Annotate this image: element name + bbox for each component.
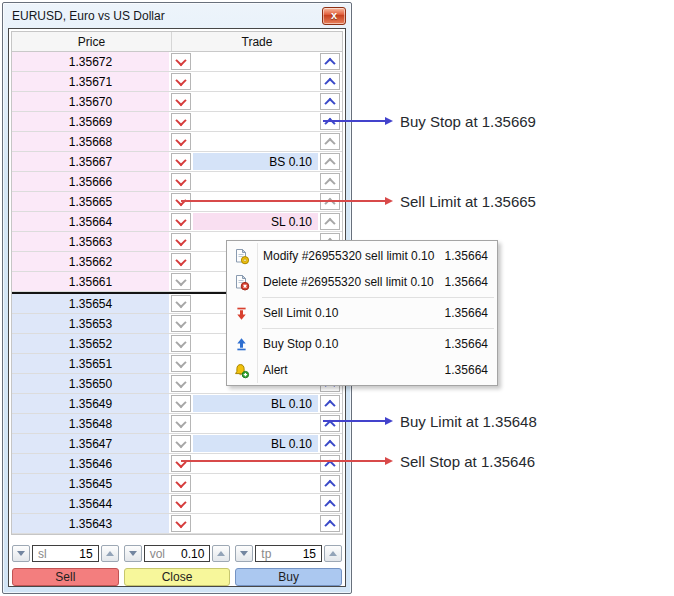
buy-order-button[interactable] bbox=[320, 133, 340, 150]
table-header: Price Trade bbox=[12, 32, 342, 52]
trade-cell[interactable] bbox=[193, 515, 318, 532]
chevron-up-icon bbox=[324, 479, 335, 490]
buy-order-button[interactable] bbox=[320, 213, 340, 230]
spinner-increment-button[interactable] bbox=[324, 545, 342, 562]
table-row: 1.35669 bbox=[12, 112, 342, 132]
annotation: Buy Limit at 1.35648 bbox=[323, 411, 537, 431]
trade-cell[interactable] bbox=[193, 415, 318, 432]
arrow-line bbox=[181, 460, 385, 462]
menu-item[interactable]: Sell Limit 0.10 1.35664 bbox=[227, 300, 497, 326]
sell-order-button[interactable] bbox=[171, 93, 191, 110]
buy-order-button[interactable] bbox=[320, 153, 340, 170]
arrow-line bbox=[323, 120, 385, 122]
chevron-up-icon bbox=[324, 57, 335, 68]
spinner-field[interactable]: vol 0.10 bbox=[144, 545, 211, 562]
context-menu: Modify #26955320 sell limit 0.10 1.35664… bbox=[226, 240, 498, 386]
arrow-head-icon bbox=[385, 417, 393, 425]
price-cell: 1.35650 bbox=[12, 374, 169, 393]
title-bar[interactable]: EURUSD, Euro vs US Dollar x bbox=[3, 3, 351, 28]
menu-item[interactable]: Delete #26955320 sell limit 0.10 1.35664 bbox=[227, 269, 497, 295]
buy-order-button[interactable] bbox=[320, 53, 340, 70]
trade-cell[interactable] bbox=[193, 93, 318, 110]
sell-order-button[interactable] bbox=[171, 153, 191, 170]
spinner-field[interactable]: sl 15 bbox=[32, 545, 99, 562]
chevron-up-icon bbox=[324, 439, 335, 450]
spinner-increment-button[interactable] bbox=[101, 545, 119, 562]
annotation: Sell Limit at 1.35665 bbox=[181, 191, 536, 211]
chevron-up-icon bbox=[324, 77, 335, 88]
trade-cell[interactable] bbox=[193, 495, 318, 512]
arrow-head-icon bbox=[385, 117, 393, 125]
spinner-decrement-button[interactable] bbox=[235, 545, 253, 562]
sell-order-button[interactable] bbox=[171, 495, 191, 512]
chevron-down-icon bbox=[175, 174, 186, 185]
sell-order-button[interactable] bbox=[171, 395, 191, 412]
price-cell: 1.35665 bbox=[12, 192, 169, 211]
spinner-value: 15 bbox=[79, 547, 92, 561]
trade-cell[interactable] bbox=[193, 475, 318, 492]
sell-order-button[interactable] bbox=[171, 133, 191, 150]
sell-order-button[interactable] bbox=[171, 53, 191, 70]
trade-cell[interactable]: BS 0.10 bbox=[193, 153, 318, 170]
price-cell: 1.35661 bbox=[12, 272, 169, 291]
buy-order-button[interactable] bbox=[320, 173, 340, 190]
sell-order-button[interactable] bbox=[171, 375, 191, 392]
menu-item-label: Modify #26955320 sell limit 0.10 bbox=[263, 249, 434, 263]
buy-stop-icon bbox=[232, 337, 250, 352]
sell-order-button[interactable] bbox=[171, 73, 191, 90]
menu-item[interactable]: Buy Stop 0.10 1.35664 bbox=[227, 331, 497, 357]
trade-cell[interactable]: BL 0.10 bbox=[193, 395, 318, 412]
spinner-decrement-button[interactable] bbox=[12, 545, 30, 562]
sell-order-button[interactable] bbox=[171, 515, 191, 532]
menu-item[interactable]: Modify #26955320 sell limit 0.10 1.35664 bbox=[227, 243, 497, 269]
buy-order-button[interactable] bbox=[320, 475, 340, 492]
trade-cell[interactable] bbox=[193, 173, 318, 190]
price-cell: 1.35669 bbox=[12, 112, 169, 131]
chevron-down-icon bbox=[175, 376, 186, 387]
sell-order-button[interactable] bbox=[171, 475, 191, 492]
menu-item[interactable]: Alert 1.35664 bbox=[227, 357, 497, 383]
buy-order-button[interactable] bbox=[320, 73, 340, 90]
close-button[interactable]: Close bbox=[124, 568, 231, 586]
table-row: 1.35645 bbox=[12, 474, 342, 494]
buy-order-button[interactable] bbox=[320, 495, 340, 512]
trade-cell[interactable] bbox=[193, 133, 318, 150]
buy-order-button[interactable] bbox=[320, 515, 340, 532]
window-title: EURUSD, Euro vs US Dollar bbox=[12, 9, 165, 23]
menu-item-price: 1.35664 bbox=[445, 337, 488, 351]
buy-button[interactable]: Buy bbox=[235, 568, 342, 586]
close-button[interactable]: x bbox=[322, 7, 346, 25]
trade-cell[interactable]: SL 0.10 bbox=[193, 213, 318, 230]
table-row: 1.35648 bbox=[12, 414, 342, 434]
sell-order-button[interactable] bbox=[171, 173, 191, 190]
sell-order-button[interactable] bbox=[171, 315, 191, 332]
sell-order-button[interactable] bbox=[171, 335, 191, 352]
sell-order-button[interactable] bbox=[171, 415, 191, 432]
spinner-decrement-button[interactable] bbox=[124, 545, 142, 562]
sell-order-button[interactable] bbox=[171, 213, 191, 230]
sell-order-button[interactable] bbox=[171, 435, 191, 452]
sell-button[interactable]: Sell bbox=[12, 568, 119, 586]
buy-order-button[interactable] bbox=[320, 395, 340, 412]
spinner-increment-button[interactable] bbox=[212, 545, 230, 562]
sell-order-button[interactable] bbox=[171, 355, 191, 372]
sell-order-button[interactable] bbox=[171, 113, 191, 130]
trade-cell[interactable] bbox=[193, 53, 318, 70]
buy-order-button[interactable] bbox=[320, 435, 340, 452]
table-row: 1.35643 bbox=[12, 514, 342, 534]
trade-cell[interactable]: BL 0.10 bbox=[193, 435, 318, 452]
sell-order-button[interactable] bbox=[171, 253, 191, 270]
table-row: 1.35667 BS 0.10 bbox=[12, 152, 342, 172]
table-row: 1.35666 bbox=[12, 172, 342, 192]
trade-cell[interactable] bbox=[193, 73, 318, 90]
trade-cell[interactable] bbox=[193, 113, 318, 130]
sell-order-button[interactable] bbox=[171, 233, 191, 250]
sell-order-button[interactable] bbox=[171, 273, 191, 290]
spinner-field[interactable]: tp 15 bbox=[255, 545, 322, 562]
sell-order-button[interactable] bbox=[171, 295, 191, 312]
price-cell: 1.35652 bbox=[12, 334, 169, 353]
menu-item-price: 1.35664 bbox=[445, 363, 488, 377]
trade-column-header: Trade bbox=[172, 32, 342, 51]
price-cell: 1.35645 bbox=[12, 474, 169, 493]
buy-order-button[interactable] bbox=[320, 93, 340, 110]
